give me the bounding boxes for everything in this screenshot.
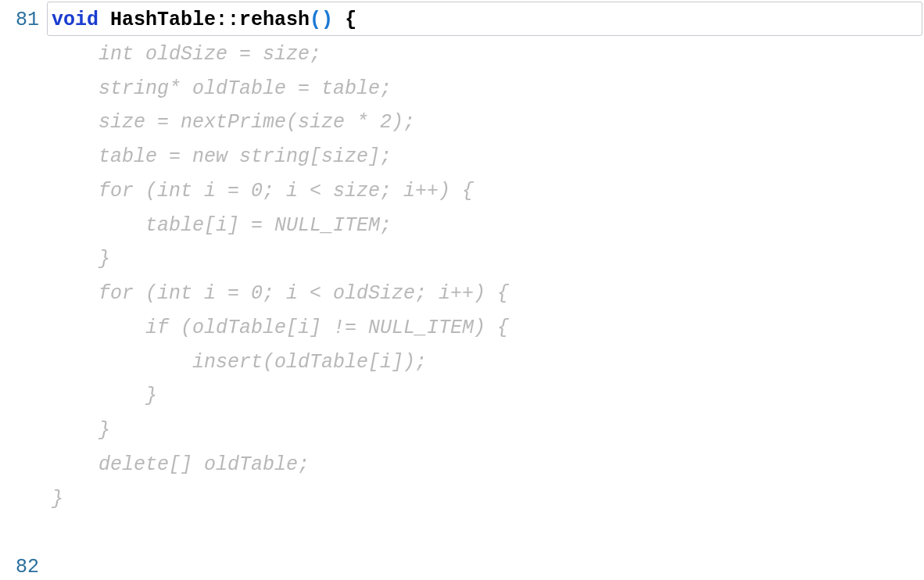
token-lparen: ( xyxy=(310,9,321,31)
ghost-suggestion-line: delete[] oldTable; xyxy=(52,448,924,482)
ghost-suggestion-line: string* oldTable = table; xyxy=(52,72,924,106)
ghost-suggestion-line: } xyxy=(52,414,924,448)
line-number xyxy=(0,140,39,174)
ghost-suggestion-line: } xyxy=(52,242,924,277)
line-number xyxy=(0,448,39,482)
line-number xyxy=(0,38,39,72)
line-number xyxy=(0,174,39,209)
token-scope-op: :: xyxy=(216,9,239,31)
token-function-name: rehash xyxy=(239,9,310,31)
line-number xyxy=(0,311,39,345)
ghost-suggestion-line: } xyxy=(52,482,924,517)
ghost-suggestion-line: if (oldTable[i] != NULL_ITEM) { xyxy=(52,311,924,345)
line-number xyxy=(0,106,39,140)
ghost-suggestion-line: } xyxy=(52,379,924,414)
code-line-signature: void HashTable::rehash() { xyxy=(52,3,924,38)
line-number xyxy=(0,516,39,550)
token-keyword-void: void xyxy=(52,9,98,31)
token-space xyxy=(98,9,110,31)
line-number-gutter: 81 82 xyxy=(0,0,47,580)
ghost-suggestion-line: table[i] = NULL_ITEM; xyxy=(52,209,924,243)
code-editor: 81 82 void HashTable::rehash() { int old… xyxy=(0,0,924,580)
token-class-name: HashTable xyxy=(110,9,216,31)
ghost-suggestion-line: size = nextPrime(size * 2); xyxy=(52,106,924,140)
line-number: 81 xyxy=(0,3,39,38)
line-number xyxy=(0,72,39,106)
line-number: 82 xyxy=(0,550,39,580)
line-number xyxy=(0,379,39,414)
ghost-suggestion-line: int oldSize = size; xyxy=(52,38,924,72)
ghost-suggestion-line: insert(oldTable[i]); xyxy=(52,345,924,380)
ghost-suggestion-line: for (int i = 0; i < size; i++) { xyxy=(52,174,924,209)
line-number xyxy=(0,277,39,311)
token-space xyxy=(333,9,345,31)
line-number xyxy=(0,209,39,243)
line-number xyxy=(0,414,39,448)
line-number xyxy=(0,345,39,380)
ghost-suggestion-line: table = new string[size]; xyxy=(52,140,924,174)
token-lbrace: { xyxy=(345,9,356,31)
code-area[interactable]: void HashTable::rehash() { int oldSize =… xyxy=(47,0,924,580)
line-number xyxy=(0,242,39,277)
ghost-suggestion-line: for (int i = 0; i < oldSize; i++) { xyxy=(52,277,924,311)
line-number xyxy=(0,482,39,517)
token-rparen: ) xyxy=(321,9,333,31)
